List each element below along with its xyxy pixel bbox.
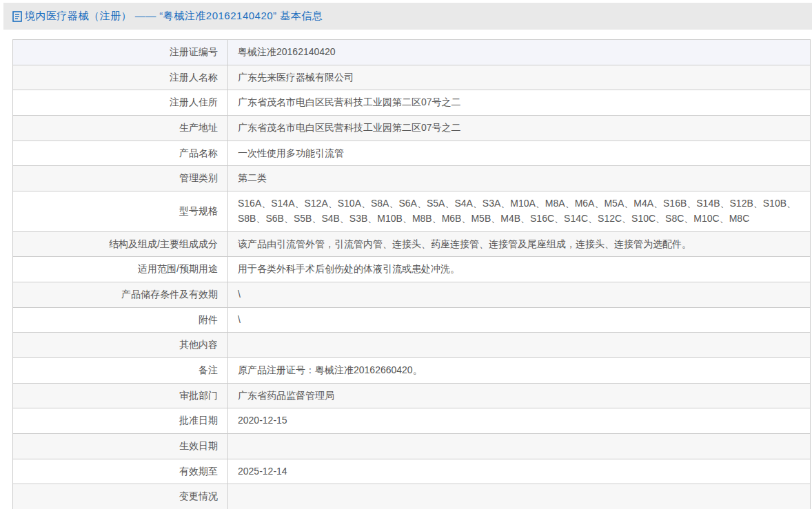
table-row: 审批部门 广东省药品监督管理局 xyxy=(13,383,811,408)
row-value: 该产品由引流管外管，引流管内管、连接头、药座连接管、连接管及尾座组成，连接头、连… xyxy=(228,231,811,257)
row-value: 2025-12-14 xyxy=(228,459,811,484)
row-label-text: 其他内容 xyxy=(179,339,218,350)
document-icon xyxy=(12,11,22,22)
row-label-text: 型号规格 xyxy=(179,205,218,216)
row-label-text: 注册证编号 xyxy=(170,46,218,57)
row-value: 2020-12-15 xyxy=(228,408,811,434)
page-title: 境内医疗器械（注册） —— “粤械注准20162140420” 基本信息 xyxy=(25,10,323,23)
row-value xyxy=(228,333,811,358)
table-row: 批准日期 2020-12-15 xyxy=(13,408,811,434)
row-label: 备注 xyxy=(13,357,228,383)
row-value: 一次性使用多功能引流管 xyxy=(228,141,811,166)
row-label-text: 产品名称 xyxy=(179,147,218,158)
row-label-text: 附件 xyxy=(199,314,218,325)
table-row: 产品储存条件及有效期 \ xyxy=(13,282,811,307)
row-label: 注册人名称 xyxy=(13,65,228,90)
table-row: 注册人住所 广东省茂名市电白区民营科技工业园第二区07号之二 xyxy=(13,90,811,116)
row-label-text: 变更情况 xyxy=(179,490,218,501)
row-label: 注册证编号 xyxy=(13,40,228,65)
row-label: 生效日期 xyxy=(13,434,228,459)
row-label-text: 注册人住所 xyxy=(170,96,218,107)
row-label-text: 结构及组成/主要组成成分 xyxy=(109,238,218,249)
table-row: 生效日期 xyxy=(13,434,811,459)
table-row: 附件 \ xyxy=(13,307,811,333)
row-label-text: 有效期至 xyxy=(179,466,218,477)
row-label: 附件 xyxy=(13,307,228,333)
table-row: 管理类别 第二类 xyxy=(13,166,811,191)
row-label-text: 生产地址 xyxy=(179,122,218,133)
info-table-body: 注册证编号 粤械注准20162140420 注册人名称 广东先来医疗器械有限公司… xyxy=(13,40,811,509)
row-label: 有效期至 xyxy=(13,459,228,484)
row-label: 审批部门 xyxy=(13,383,228,408)
row-value: 原产品注册证号：粤械注准20162660420。 xyxy=(228,357,811,383)
row-label-text: 适用范围/预期用途 xyxy=(138,263,218,274)
row-label-text: 产品储存条件及有效期 xyxy=(121,289,218,300)
row-label: 型号规格 xyxy=(13,191,228,231)
row-label-text: 生效日期 xyxy=(179,440,218,451)
table-row: 注册证编号 粤械注准20162140420 xyxy=(13,40,811,65)
row-label: 管理类别 xyxy=(13,166,228,191)
row-label: 结构及组成/主要组成成分 xyxy=(13,231,228,257)
table-row: 适用范围/预期用途 用于各类外科手术后创伤处的体液引流或患处冲洗。 xyxy=(13,257,811,282)
table-row: 其他内容 xyxy=(13,333,811,358)
row-value xyxy=(228,434,811,459)
row-value: 用于各类外科手术后创伤处的体液引流或患处冲洗。 xyxy=(228,257,811,282)
row-label: 适用范围/预期用途 xyxy=(13,257,228,282)
row-label-text: 批准日期 xyxy=(179,415,218,426)
table-row: 产品名称 一次性使用多功能引流管 xyxy=(13,141,811,166)
row-value: S16A、S14A、S12A、S10A、S8A、S6A、S5A、S4A、S3A、… xyxy=(228,191,811,231)
table-row: 变更情况 xyxy=(13,484,811,509)
row-value: 第二类 xyxy=(228,166,811,191)
device-info-table: 注册证编号 粤械注准20162140420 注册人名称 广东先来医疗器械有限公司… xyxy=(12,39,811,509)
row-value: 广东省茂名市电白区民营科技工业园第二区07号之二 xyxy=(228,116,811,141)
table-row: 生产地址 广东省茂名市电白区民营科技工业园第二区07号之二 xyxy=(13,116,811,141)
row-label: 其他内容 xyxy=(13,333,228,358)
table-row: 有效期至 2025-12-14 xyxy=(13,459,811,484)
row-label-text: 注册人名称 xyxy=(170,72,218,83)
row-label-text: 审批部门 xyxy=(179,390,218,401)
row-label: 变更情况 xyxy=(13,484,228,509)
row-label-text: 备注 xyxy=(199,364,218,375)
table-row: 注册人名称 广东先来医疗器械有限公司 xyxy=(13,65,811,90)
row-value: 广东省茂名市电白区民营科技工业园第二区07号之二 xyxy=(228,90,811,116)
row-value: 广东省药品监督管理局 xyxy=(228,383,811,408)
table-row: 型号规格 S16A、S14A、S12A、S10A、S8A、S6A、S5A、S4A… xyxy=(13,191,811,231)
table-row: 结构及组成/主要组成成分 该产品由引流管外管，引流管内管、连接头、药座连接管、连… xyxy=(13,231,811,257)
row-value: 粤械注准20162140420 xyxy=(228,40,811,65)
table-row: 备注 原产品注册证号：粤械注准20162660420。 xyxy=(13,357,811,383)
row-label-text: 管理类别 xyxy=(179,172,218,183)
row-label: 批准日期 xyxy=(13,408,228,434)
row-value xyxy=(228,484,811,509)
row-label: 产品名称 xyxy=(13,141,228,166)
row-value: \ xyxy=(228,282,811,307)
row-value: \ xyxy=(228,307,811,333)
page-header: 境内医疗器械（注册） —— “粤械注准20162140420” 基本信息 xyxy=(3,3,812,30)
row-label: 注册人住所 xyxy=(13,90,228,116)
row-label: 生产地址 xyxy=(13,116,228,141)
row-label: 产品储存条件及有效期 xyxy=(13,282,228,307)
row-value: 广东先来医疗器械有限公司 xyxy=(228,65,811,90)
